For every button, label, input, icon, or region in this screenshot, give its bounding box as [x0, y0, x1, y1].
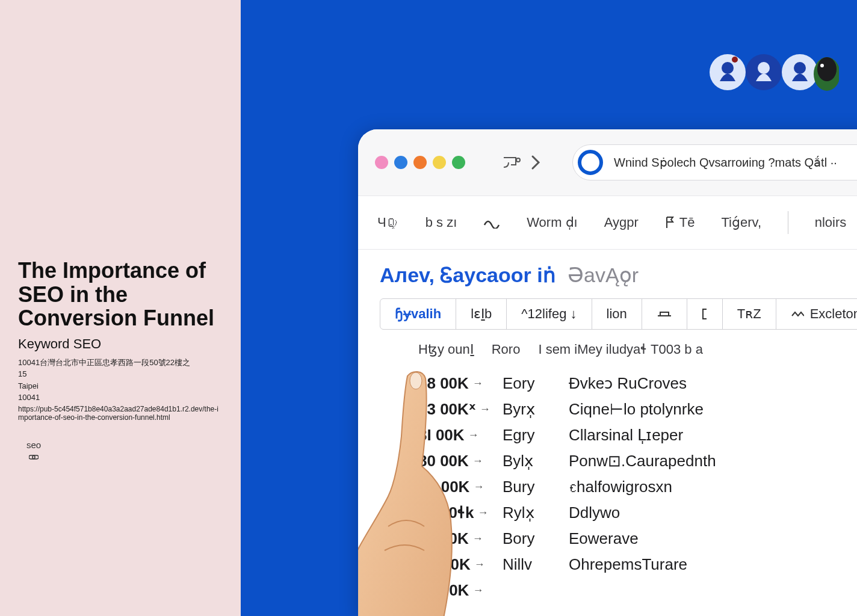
tool-item-5[interactable]: Tē	[665, 215, 695, 230]
tool-item-2[interactable]	[483, 217, 500, 229]
filter-0[interactable]: ɧɏvalih	[380, 299, 456, 329]
svg-point-6	[758, 62, 770, 74]
filter-4[interactable]	[642, 299, 687, 329]
data-row[interactable]: 17 00ɬk→Rylx̩Ddlywo	[418, 500, 857, 526]
data-rows: 68 00K→EoryÐvkeɔ RuCroves 13 00Kˣ→Byrx̩C…	[418, 371, 857, 603]
tag-label: seo	[26, 440, 223, 450]
sub-2: I sem iMey iludyaɬ T003 b a	[538, 342, 703, 357]
tool-item-3[interactable]: Worm d̩ı	[527, 215, 577, 230]
data-row[interactable]: 68 00K→EoryÐvkeɔ RuCroves	[418, 371, 857, 396]
data-row[interactable]: 8Ḟ 00K→	[418, 578, 857, 603]
page-subtitle: Keyword SEO	[18, 336, 223, 352]
dot-yellow[interactable]	[433, 156, 446, 169]
search-icon	[578, 150, 603, 175]
squiggle-icon	[483, 217, 500, 229]
dot-green[interactable]	[452, 156, 465, 169]
data-row[interactable]: 8I 00K→EgryCllarsinal L̩ɪeper	[418, 422, 857, 448]
filter-7[interactable]: Excletonı	[776, 299, 857, 329]
nav-icons	[501, 154, 542, 171]
dot-orange[interactable]	[413, 156, 427, 169]
window-dots	[375, 156, 465, 169]
sub-0: Hꜩy ounI̱	[418, 342, 474, 357]
forward-icon[interactable]	[530, 154, 542, 171]
svg-point-10	[817, 57, 837, 81]
svg-point-4	[732, 57, 738, 63]
data-row[interactable]: 13 00Kˣ→Byrx̩Ciqne⊢lo ptolynrke	[418, 396, 857, 422]
browser-window: Wnind Sṗolech Qvsarroиing ?mats Qắtl ·· …	[358, 129, 857, 616]
address-line-1: 10041台灣台北市中正區忠孝西路一段50號22樓之	[18, 357, 223, 369]
cast-icon[interactable]	[501, 155, 522, 170]
content-area: Aлev, Ꮛaycaoor iṅ ƏavĄǫr ɧɏvalih lɛI̱b ^…	[358, 250, 857, 603]
data-row[interactable]: Ȝ2 00K→Buryꞓhalfowigrosxn	[418, 474, 857, 500]
filter-3[interactable]: lion	[592, 299, 642, 329]
headline-grey: ƏavĄǫr	[568, 263, 639, 286]
avatar-cluster	[707, 51, 839, 93]
tray-icon	[657, 309, 672, 319]
filter-6[interactable]: TʀZ	[723, 299, 776, 329]
data-row[interactable]: 32 00K→BoryEowerave	[418, 526, 857, 552]
headline-blue: Aлev, Ꮛaycaoor iṅ	[380, 263, 556, 286]
filter-1[interactable]: lɛI̱b	[456, 299, 507, 329]
svg-rect-0	[29, 455, 35, 459]
tool-item-4[interactable]: Aygpr	[604, 215, 639, 230]
tool-item-0[interactable]: ЧꝘ	[377, 215, 399, 230]
tool-item-6[interactable]: Tiǵerv,	[722, 215, 762, 230]
svg-point-8	[794, 62, 806, 74]
svg-point-12	[516, 158, 520, 162]
bracket-icon	[702, 308, 708, 320]
address-line-2: 15	[18, 368, 223, 380]
tool-row: ЧꝘ b s zı Worm d̩ı Aygpr Tē Tiǵerv, nloi…	[358, 196, 857, 250]
omnibox[interactable]: Wnind Sṗolech Qvsarroиing ?mats Qắtl ··	[572, 144, 857, 180]
svg-point-11	[820, 64, 824, 67]
flag-icon	[665, 216, 675, 229]
zigzag-icon	[791, 310, 804, 318]
data-row[interactable]: 80 00K→Bylx̩Ponw⊡.Caurapednth	[418, 448, 857, 474]
svg-rect-1	[32, 455, 39, 459]
sidebar: The Importance of SEO in the Conversion …	[0, 0, 241, 616]
filter-2[interactable]: ^12lifeg ↓	[507, 299, 592, 329]
filter-bar: ɧɏvalih lɛI̱b ^12lifeg ↓ lion TʀZ Exclet…	[380, 298, 857, 330]
link-icon	[29, 454, 223, 462]
tool-item-7[interactable]: nloirs	[815, 215, 847, 230]
main-area: Wnind Sṗolech Qvsarroиing ?mats Qắtl ·· …	[241, 0, 857, 616]
tool-item-1[interactable]: b s zı	[425, 215, 457, 230]
sub-1: Roro	[492, 342, 521, 357]
separator	[788, 211, 788, 234]
headline: Aлev, Ꮛaycaoor iṅ ƏavĄǫr	[380, 263, 857, 288]
zip: 10041	[18, 392, 223, 404]
svg-point-3	[722, 62, 734, 74]
sub-line: Hꜩy ounI̱ Roro I sem iMey iludyaɬ T003 b…	[418, 342, 857, 357]
filter-5[interactable]	[687, 299, 723, 329]
page-title: The Importance of SEO in the Conversion …	[18, 259, 223, 330]
omnibox-text: Wnind Sṗolech Qvsarroиing ?mats Qắtl ··	[614, 155, 837, 170]
data-row[interactable]: S0 00K→NillvOhrepemsTurare	[418, 552, 857, 578]
page-url[interactable]: https://pub-5c454f571b8e40a3a2aad27ade84…	[18, 405, 223, 422]
browser-chrome: Wnind Sṗolech Qvsarroиing ?mats Qắtl ··	[358, 129, 857, 196]
dot-pink[interactable]	[375, 156, 388, 169]
city: Taipei	[18, 380, 223, 392]
dot-blue[interactable]	[394, 156, 407, 169]
